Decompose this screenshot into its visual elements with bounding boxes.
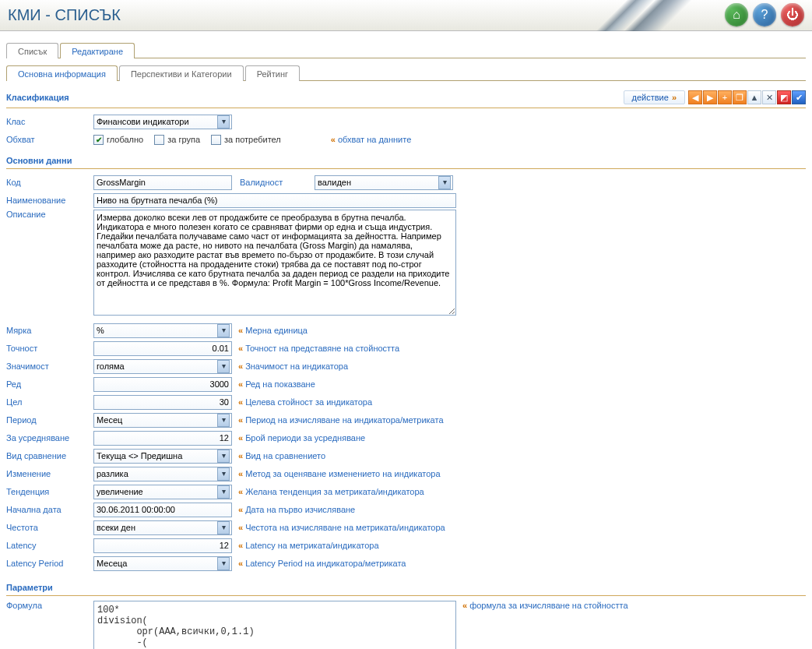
tab-perspectives[interactable]: Перспективи и Категории (119, 65, 244, 81)
latperiod-select[interactable]: Месеца (93, 556, 232, 571)
class-select[interactable]: Финансови индикатори (93, 115, 232, 129)
label-code: Код (6, 178, 93, 187)
action-label: действие (632, 93, 669, 102)
hint-quote-icon: « (238, 541, 243, 550)
order-input[interactable] (93, 377, 232, 392)
tab-list[interactable]: Списък (6, 43, 58, 58)
hint-quote-icon: « (238, 362, 243, 371)
label-latency: Latency (6, 541, 93, 550)
hint-quote-icon: « (238, 451, 243, 460)
change-select[interactable]: разлика (93, 467, 232, 481)
latency-input[interactable] (93, 538, 232, 553)
label-period: Период (6, 415, 93, 425)
up-button[interactable]: ▲ (747, 90, 761, 104)
hint-measure: Мерна единица (245, 326, 308, 335)
nav-prev-button[interactable]: ◀ (688, 90, 702, 104)
hint-formula: формула за изчисляване на стойността (469, 601, 627, 610)
freq-select[interactable]: всеки ден (93, 520, 232, 535)
validity-select[interactable]: валиден (315, 175, 453, 190)
flag-button[interactable]: ◩ (777, 90, 791, 104)
hint-quote-icon: « (238, 523, 243, 532)
power-icon[interactable]: ⏻ (781, 3, 804, 26)
compare-select[interactable]: Текуща <> Предишна (93, 449, 232, 464)
label-trend: Тенденция (6, 487, 93, 496)
secondary-tabs: Основна информация Перспективи и Категор… (6, 65, 806, 81)
label-compare: Вид сравнение (6, 451, 93, 460)
label-freq: Честота (6, 523, 93, 532)
hint-order: Ред на показване (245, 379, 315, 389)
label-group: за група (167, 135, 200, 144)
target-input[interactable] (93, 395, 232, 410)
hint-target: Целева стойност за индикатора (245, 397, 372, 407)
hint-significance: Значимост на индикатора (245, 362, 348, 371)
label-name: Наименование (6, 196, 93, 205)
hint-quote-icon: « (462, 601, 467, 610)
checkbox-global[interactable]: ✔ (93, 135, 104, 145)
label-precision: Точност (6, 344, 93, 353)
close-button[interactable]: ✕ (762, 90, 776, 104)
hint-quote-icon: « (238, 505, 243, 514)
tab-rating[interactable]: Рейтинг (245, 65, 300, 81)
code-input[interactable] (93, 175, 232, 190)
precision-input[interactable] (93, 341, 232, 356)
hint-latperiod: Latency Period на индикатора/метриката (245, 559, 406, 568)
measure-select[interactable]: % (93, 323, 232, 338)
checkbox-user[interactable] (211, 135, 221, 145)
hint-compare: Вид на сравнението (245, 451, 325, 460)
hint-quote-icon: « (238, 379, 243, 389)
label-order: Ред (6, 379, 93, 389)
formula-textarea[interactable]: 100* division( opr(AAA,всички,0,1.1) -( … (93, 601, 456, 649)
label-target: Цел (6, 397, 93, 407)
hint-latency: Latency на метриката/индикатора (245, 541, 378, 550)
name-input[interactable] (93, 193, 456, 208)
nav-next-button[interactable]: ▶ (703, 90, 717, 104)
record-toolbar: ◀ ▶ + ❐ ▲ ✕ ◩ ✔ (688, 90, 806, 104)
section-parameters-title: Параметри (6, 583, 53, 592)
period-select[interactable]: Месец (93, 413, 232, 428)
hint-quote-icon: « (238, 469, 243, 478)
page-title: КМИ - СПИСЪК (8, 6, 121, 24)
hint-precision: Точност на представяне на стойността (245, 344, 399, 353)
tab-basic-info[interactable]: Основна информация (6, 65, 118, 81)
label-desc: Описание (6, 210, 93, 219)
hint-quote-icon: « (238, 344, 243, 353)
trend-select[interactable]: увеличение (93, 485, 232, 499)
primary-tabs: Списък Редактиране (6, 42, 806, 58)
label-user: за потребител (224, 135, 281, 144)
significance-select[interactable]: голяма (93, 359, 232, 374)
chevron-right-icon: » (672, 93, 677, 102)
add-button[interactable]: + (718, 90, 732, 104)
description-textarea[interactable]: Измерва доколко всеки лев от продажбите … (93, 210, 456, 316)
label-measure: Мярка (6, 326, 93, 335)
header-decoration (571, 0, 726, 31)
section-divider (6, 168, 806, 169)
label-formula: Формула (6, 601, 93, 610)
hint-quote-icon: « (238, 487, 243, 496)
label-latperiod: Latency Period (6, 559, 93, 568)
hint-trend: Желана тенденция за метриката/индикатора (245, 487, 424, 496)
hint-freq: Честота на изчисляване на метриката/инди… (245, 523, 445, 532)
hint-quote-icon: « (238, 326, 243, 335)
hint-quote-icon: « (238, 433, 243, 443)
hint-quote-icon: « (238, 559, 243, 568)
label-significance: Значимост (6, 362, 93, 371)
copy-button[interactable]: ❐ (733, 90, 747, 104)
startdate-input[interactable] (93, 503, 232, 517)
home-icon[interactable]: ⌂ (725, 3, 748, 26)
label-averaging: За усредняване (6, 433, 93, 443)
section-basicdata-title: Основни данни (6, 156, 72, 165)
hint-scope: обхват на данните (338, 135, 411, 144)
help-icon[interactable]: ? (753, 3, 776, 26)
averaging-input[interactable] (93, 431, 232, 446)
section-divider (6, 108, 806, 108)
checkbox-group[interactable] (154, 135, 164, 145)
hint-quote-icon: « (238, 415, 243, 425)
label-startdate: Начална дата (6, 505, 93, 514)
hint-quote-icon: « (331, 135, 336, 144)
hint-startdate: Дата на първо изчисляване (245, 505, 355, 514)
action-button[interactable]: действие» (624, 90, 685, 104)
tab-edit[interactable]: Редактиране (60, 43, 135, 58)
label-validity: Валидност (240, 178, 315, 187)
label-global: глобално (107, 135, 143, 144)
confirm-button[interactable]: ✔ (792, 90, 806, 104)
